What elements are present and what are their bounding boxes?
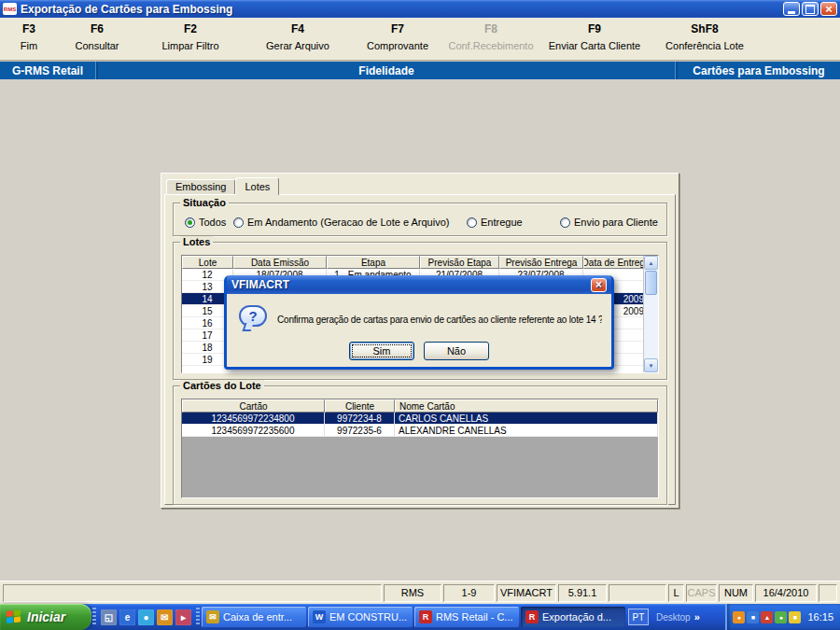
radio-option-label: Em Andamento (Geracao de Lote e Arquivo) — [247, 217, 449, 228]
taskbar-button-em-constru[interactable]: WEM CONSTRU... — [308, 607, 413, 627]
radio-option-label: Entregue — [481, 217, 523, 228]
toolbar-item-shf8[interactable]: ShF8Conferência Lote — [650, 21, 760, 51]
toolbar-item-f9[interactable]: F9Enviar Carta Cliente — [539, 21, 650, 51]
taskbar-button-exportacao-d[interactable]: RExportação d... — [521, 607, 625, 627]
dialog-message: Confirma geração de cartas para envio de… — [277, 315, 602, 325]
table-cell: 9972235-6 — [325, 425, 395, 437]
task-buttons: ✉Caixa de entr...WEM CONSTRU...RRMS Reta… — [201, 604, 626, 630]
radio-option-em-andamento-geracao-de-lote-e-arquivo[interactable]: Em Andamento (Geracao de Lote e Arquivo) — [233, 217, 467, 228]
close-button[interactable] — [820, 2, 837, 16]
status-cell-rms: RMS — [384, 584, 441, 602]
toolbar-action-label: Fim — [2, 40, 56, 51]
dialog-button-nao[interactable]: Não — [424, 342, 489, 360]
rms-app-icon: R — [525, 610, 539, 623]
tab-lotes[interactable]: Lotes — [235, 177, 279, 195]
app-icon: RMS — [3, 3, 17, 15]
lotes-scrollbar[interactable] — [643, 256, 658, 372]
language-indicator[interactable]: PT — [628, 609, 649, 625]
toolbar-key-label: F7 — [353, 22, 442, 35]
tray-icon-3[interactable]: ▲ — [761, 611, 773, 623]
scroll-up-icon[interactable] — [644, 256, 658, 270]
messenger-icon[interactable]: ● — [138, 609, 154, 625]
situacao-options: TodosEm Andamento (Geracao de Lote e Arq… — [174, 203, 666, 235]
table-row[interactable]: 12345699722356009972235-6ALEXANDRE CANEL… — [182, 425, 658, 437]
scroll-track[interactable] — [644, 296, 658, 358]
toolbar-item-f2[interactable]: F2Limpar Filtro — [138, 21, 243, 51]
question-icon: ? — [238, 303, 270, 335]
cartoes-grid: CartãoClienteNome Cartão 123456997223480… — [181, 399, 659, 498]
column-header-etapa[interactable]: Etapa — [327, 256, 420, 269]
toolbar-key-label: ShF8 — [650, 22, 760, 35]
tray-icon-5[interactable]: ■ — [789, 611, 801, 623]
title-bar: RMS Exportação de Cartões para Embossing — [0, 0, 840, 18]
toolbar-key-label: F9 — [539, 22, 650, 35]
groupbox-title-situacao: Situação — [180, 197, 229, 208]
status-cell-vfimacrt: VFIMACRT — [497, 584, 556, 602]
toolbar-item-f3[interactable]: F3Fim — [2, 21, 56, 51]
column-header-cliente[interactable]: Cliente — [325, 399, 395, 413]
status-cell-caps: CAPS — [686, 584, 717, 602]
table-row[interactable]: 12345699722348009972234-8CARLOS CANELLAS — [182, 413, 658, 425]
toolbar-action-label: Limpar Filtro — [138, 40, 243, 51]
media-player-icon[interactable]: ▸ — [175, 609, 191, 625]
minimize-button[interactable] — [783, 2, 800, 16]
status-cell-empty — [3, 584, 382, 602]
status-cell-empty — [819, 584, 837, 602]
tray-icon-4[interactable]: ● — [775, 611, 787, 623]
taskbar-button-caixa-de-entr[interactable]: ✉Caixa de entr... — [202, 607, 306, 627]
toolbar-item-f6[interactable]: F6Consultar — [56, 21, 138, 51]
status-cell-empty — [609, 584, 666, 602]
tray-icons: ●■▲●■ — [733, 611, 801, 623]
radio-option-todos[interactable]: Todos — [185, 217, 233, 228]
column-header-data-de-entrega[interactable]: Data de Entrega — [583, 256, 643, 269]
toolbar-action-label: Conferência Lote — [650, 40, 760, 51]
column-header-previsao-entrega[interactable]: Previsão Entrega — [499, 256, 583, 269]
radio-option-entregue[interactable]: Entregue — [467, 217, 560, 228]
tab-strip: EmbossingLotes — [164, 176, 676, 194]
status-cell-num: NUM — [719, 584, 753, 602]
column-header-data-emissao[interactable]: Data Emissão — [233, 256, 327, 269]
client-area: EmbossingLotes Situação TodosEm Andament… — [0, 79, 840, 581]
nav-module-name: Fidelidade — [98, 64, 675, 77]
tab-embossing[interactable]: Embossing — [166, 179, 235, 194]
start-button[interactable]: Iniciar — [0, 604, 91, 630]
radio-option-label: Todos — [199, 217, 226, 228]
table-cell: 9972234-8 — [325, 413, 395, 425]
window-controls — [783, 2, 837, 16]
scroll-thumb[interactable] — [645, 271, 657, 295]
dialog-button-sim[interactable]: Sim — [349, 342, 414, 360]
toolbar-key-label: F2 — [138, 22, 243, 35]
taskbar-separator — [196, 608, 200, 626]
tray-icon-2[interactable]: ■ — [747, 611, 759, 623]
desktop-toolbar[interactable]: Desktop » — [651, 604, 706, 630]
task-button-label: RMS Retail - C... — [436, 611, 513, 623]
taskbar-button-rms-retail-c[interactable]: RRMS Retail - C... — [414, 607, 519, 627]
dialog-close-icon[interactable] — [591, 278, 607, 292]
task-button-label: Caixa de entr... — [223, 611, 292, 623]
table-cell: 1234569972234800 — [182, 413, 325, 425]
radio-option-envio-para-cliente[interactable]: Envio para Cliente — [560, 217, 659, 228]
toolbar-action-label: Consultar — [56, 40, 138, 51]
column-header-lote[interactable]: Lote — [182, 256, 233, 269]
internet-explorer-icon[interactable]: e — [119, 609, 135, 625]
tray-icon-1[interactable]: ● — [733, 611, 745, 623]
column-header-cartao[interactable]: Cartão — [182, 399, 325, 413]
word-document-icon: W — [313, 610, 326, 623]
toolbar-key-label: F4 — [243, 22, 353, 35]
toolbar-item-f7[interactable]: F7Comprovante — [353, 21, 442, 51]
show-desktop-icon[interactable]: ◱ — [101, 609, 117, 625]
column-header-previsao-etapa[interactable]: Previsão Etapa — [420, 256, 499, 269]
toolbar-item-f4[interactable]: F4Gerar Arquivo — [243, 21, 353, 51]
cartoes-groupbox: Cartões do Lote CartãoClienteNome Cartão… — [173, 385, 667, 505]
scroll-down-icon[interactable] — [644, 358, 658, 372]
task-button-label: EM CONSTRU... — [329, 611, 407, 623]
dialog-title-bar: VFIMACRT — [227, 275, 611, 294]
radio-button-icon — [233, 217, 244, 228]
mail-icon[interactable]: ✉ — [157, 609, 173, 625]
table-cell: CARLOS CANELLAS — [395, 413, 658, 425]
cartoes-body: 12345699722348009972234-8CARLOS CANELLAS… — [182, 413, 658, 437]
column-header-nome-cartao[interactable]: Nome Cartão — [395, 399, 658, 413]
taskbar: Iniciar ◱e●✉▸ ✉Caixa de entr...WEM CONST… — [0, 604, 840, 630]
nav-bar: G-RMS Retail Fidelidade Cartões para Emb… — [0, 61, 840, 79]
restore-button[interactable] — [802, 2, 819, 16]
